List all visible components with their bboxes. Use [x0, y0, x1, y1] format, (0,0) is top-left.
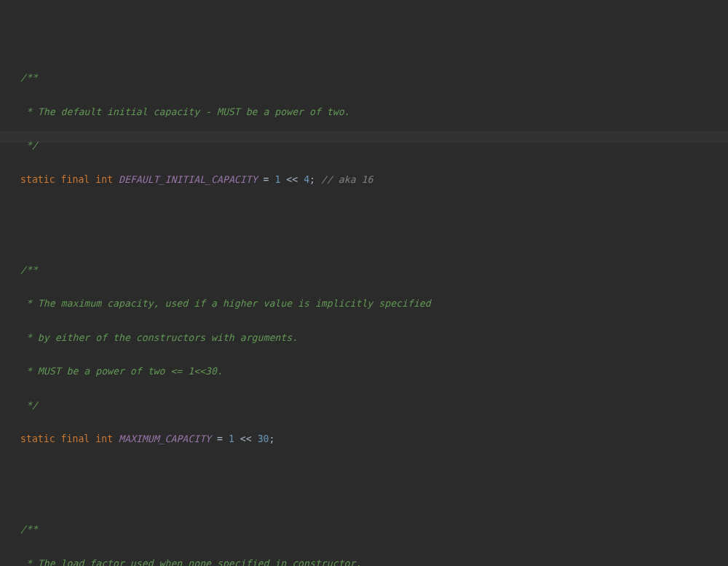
keyword-static: static — [20, 174, 55, 185]
semicolon: ; — [309, 174, 315, 185]
code-editor[interactable]: /** * The default initial capacity - MUS… — [0, 0, 728, 566]
comment: * The load factor used when none specifi… — [20, 558, 361, 567]
comment: * The maximum capacity, used if a higher… — [20, 298, 431, 309]
type-int: int — [95, 433, 113, 444]
type-int: int — [95, 174, 113, 185]
comment: * The default initial capacity - MUST be… — [20, 106, 350, 117]
comment: /** — [20, 264, 38, 275]
operator: << — [234, 433, 258, 444]
operator: = — [211, 433, 229, 444]
comment: */ — [20, 400, 38, 411]
comment: /** — [20, 524, 38, 535]
comment: * by either of the constructors with arg… — [20, 332, 298, 343]
comment: /** — [20, 72, 38, 83]
keyword-static: static — [20, 433, 55, 444]
comment: * MUST be a power of two <= 1<<30. — [20, 366, 223, 377]
operator: = — [258, 174, 275, 185]
keyword-final: final — [61, 174, 90, 185]
operator: << — [280, 174, 304, 185]
number: 1 — [229, 433, 234, 444]
number: 30 — [258, 433, 269, 444]
comment-inline: // aka 16 — [315, 174, 373, 185]
semicolon: ; — [269, 433, 275, 444]
keyword-final: final — [61, 433, 90, 444]
comment: */ — [20, 140, 38, 151]
number: 4 — [304, 174, 309, 185]
identifier-default-initial-capacity: DEFAULT_INITIAL_CAPACITY — [119, 174, 258, 185]
identifier-maximum-capacity: MAXIMUM_CAPACITY — [119, 433, 211, 444]
